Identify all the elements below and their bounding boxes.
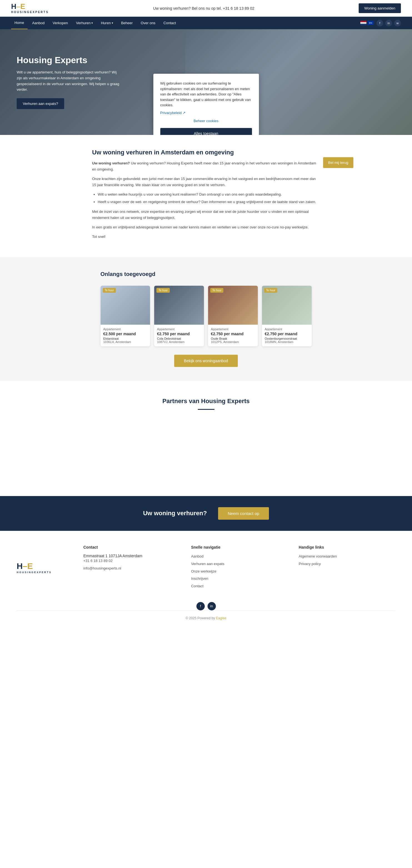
cookie-banner: Wij gebruiken cookies om uw surfervaring… [153, 74, 259, 135]
hero-section: Housing Experts Wilt u uw appartement, h… [0, 29, 412, 135]
property-type-4: Appartement [265, 328, 309, 331]
logo: H–E HOUSINGEXPERTS [11, 3, 48, 13]
content-para3: In een gratis en vrijblijvend adviesgesp… [92, 224, 320, 230]
partners-section: Partners van Housing Experts [0, 381, 412, 496]
content-title: Uw woning verhuren in Amsterdam en omgev… [92, 149, 320, 156]
property-postal-3: 1012PS, Amsterdam [211, 340, 255, 344]
footer-logo: H–E HOUSINGEXPERTS [17, 545, 72, 591]
footer-address: Emmastraat 1 [83, 554, 107, 558]
property-image-1: Te huur [101, 286, 150, 325]
property-street-1: Elstarstraat [103, 337, 147, 340]
nav-social-icons: f in w [376, 20, 401, 26]
cookie-text: Wij gebruiken cookies om uw surfervaring… [160, 81, 252, 108]
nav-beheer[interactable]: Beheer [118, 17, 136, 29]
property-postal-4: 1018MN, Amsterdam [265, 340, 309, 344]
property-image-2: Te huur [154, 286, 204, 325]
footer-nav-aanbod[interactable]: Aanbod [191, 554, 288, 559]
content-intro: Uw woning verhuren? Uw woning verhuren? … [92, 160, 320, 173]
recently-added-title: Onlangs toegevoegd [101, 271, 312, 277]
property-badge-2: Te huur [157, 288, 169, 293]
powered-by-link[interactable]: Eaglee [216, 616, 226, 620]
copyright-text: © 2025 Powered by [185, 616, 215, 620]
footer-contact-col: Contact Emmastraat 1 1071JA Amsterdam +3… [83, 545, 180, 591]
top-bar: H–E HOUSINGEXPERTS Uw woning verhuren? B… [0, 0, 412, 17]
footer-nav-inschrijven[interactable]: Inschrijven [191, 576, 288, 582]
huren-chevron-icon: ▾ [112, 22, 113, 25]
nav-home[interactable]: Home [11, 17, 28, 29]
footer-city: 1071JA Amsterdam [109, 554, 142, 558]
footer-top: H–E HOUSINGEXPERTS Contact Emmastraat 1 … [17, 545, 395, 591]
property-type-3: Appartement [211, 328, 255, 331]
flag-uk[interactable]: EN [368, 21, 374, 25]
callback-button[interactable]: Bel mij terug [323, 157, 353, 168]
footer-links-col: Handige links Algemene voorwaarden Priva… [299, 545, 395, 591]
property-price-2: €2.750 per maand [157, 332, 201, 336]
hero-cta-button[interactable]: Verhuren aan expats? [17, 98, 64, 109]
content-bullets: Wilt u weten welke huurprijs u voor uw w… [98, 191, 320, 205]
footer-bottom: © 2025 Powered by Eaglee [17, 610, 395, 620]
verhuren-chevron-icon: ▾ [92, 22, 93, 25]
property-card-1[interactable]: Te huur Appartement €2.500 per maand Els… [101, 286, 150, 346]
partners-title: Partners van Housing Experts [11, 398, 401, 405]
property-type-2: Appartement [157, 328, 201, 331]
privacy-policy-link[interactable]: Privacybeleid ↗ [160, 111, 186, 115]
property-street-3: Oude Braak [211, 337, 255, 340]
property-info-4: Appartement €2.750 per maand Oostenburge… [262, 325, 312, 346]
flag-nl[interactable] [360, 21, 367, 25]
content-wrapper: Uw woning verhuren in Amsterdam en omgev… [39, 135, 373, 257]
footer: H–E HOUSINGEXPERTS Contact Emmastraat 1 … [0, 531, 412, 628]
cta-section: Uw woning verhuren? Neem contact op [0, 496, 412, 531]
footer-email[interactable]: info@housingexperts.nl [83, 566, 180, 571]
property-grid: Te huur Appartement €2.500 per maand Els… [101, 286, 312, 346]
accept-cookies-button[interactable]: Alles toestaan [160, 128, 252, 135]
nav-huren[interactable]: Huren ▾ [98, 17, 116, 29]
main-content: Uw woning verhuren in Amsterdam en omgev… [81, 135, 331, 257]
aanmelden-button[interactable]: Woning aanmelden [359, 3, 401, 13]
footer-link-privacy[interactable]: Privacy policy [299, 561, 395, 567]
content-closing: Tot snel! [92, 234, 320, 240]
property-card-2[interactable]: Te huur Appartement €2.750 per maand Col… [154, 286, 204, 346]
facebook-icon[interactable]: f [376, 20, 383, 26]
property-info-3: Appartement €2.750 per maand Oude Braak … [208, 325, 258, 346]
footer-nav-werkwijze[interactable]: Onze werkwijze [191, 569, 288, 575]
footer-social: f in [17, 602, 395, 610]
property-postal-2: 1087VJ, Amsterdam [157, 340, 201, 344]
manage-cookies-link[interactable]: Beheer cookies [160, 118, 252, 124]
footer-facebook-icon[interactable]: f [197, 602, 205, 610]
footer-nav-title: Snelle navigatie [191, 545, 288, 550]
property-price-4: €2.750 per maand [265, 332, 309, 336]
hero-description: Wilt u uw appartement, huis of belegging… [17, 69, 122, 93]
footer-nav-contact[interactable]: Contact [191, 583, 288, 589]
footer-nav-verhuren[interactable]: Verhuren aan expats [191, 561, 288, 567]
property-type-1: Appartement [103, 328, 147, 331]
partners-logos [11, 424, 401, 479]
footer-link-voorwaarden[interactable]: Algemene voorwaarden [299, 554, 395, 559]
view-all-button[interactable]: Bekijk ons woningaanbod [174, 355, 238, 367]
bullet-2: Heeft u vragen over de wet- en regelgevi… [98, 199, 320, 205]
footer-nav-col: Snelle navigatie Aanbod Verhuren aan exp… [191, 545, 288, 591]
recently-added-section: Onlangs toegevoegd Te huur Appartement €… [0, 257, 412, 381]
cta-title: Uw woning verhuren? [143, 510, 207, 517]
footer-linkedin-icon[interactable]: in [208, 602, 216, 610]
nav-verhuren[interactable]: Verhuren ▾ [72, 17, 96, 29]
nav-aanbod[interactable]: Aanbod [29, 17, 48, 29]
property-card-4[interactable]: Te huur Appartement €2.750 per maand Oos… [262, 286, 312, 346]
nav-verkopen[interactable]: Verkopen [49, 17, 71, 29]
property-card-3[interactable]: Te huur Appartement €2.750 per maand Oud… [208, 286, 258, 346]
language-flags: EN [360, 21, 374, 25]
hero-title: Housing Experts [17, 55, 122, 65]
property-image-4: Te huur [262, 286, 312, 325]
whatsapp-icon[interactable]: w [394, 20, 401, 26]
phone-announcement: Uw woning verhuren? Bel ons nu op tel. +… [48, 6, 359, 10]
nav-over-ons[interactable]: Over ons [138, 17, 159, 29]
property-street-2: Cola Debrotstraat [157, 337, 201, 340]
property-info-1: Appartement €2.500 per maand Elstarstraa… [101, 325, 150, 346]
hero-content: Housing Experts Wilt u uw appartement, h… [0, 44, 139, 120]
property-street-4: Oostenburgervoorstraat [265, 337, 309, 340]
linkedin-icon[interactable]: in [385, 20, 392, 26]
nav-contact[interactable]: Contact [160, 17, 179, 29]
footer-phone[interactable]: +31 6 18 13 89 02 [83, 558, 180, 564]
property-badge-1: Te huur [103, 288, 116, 293]
contact-button[interactable]: Neem contact op [218, 507, 269, 520]
view-all-wrap: Bekijk ons woningaanbod [101, 355, 312, 367]
